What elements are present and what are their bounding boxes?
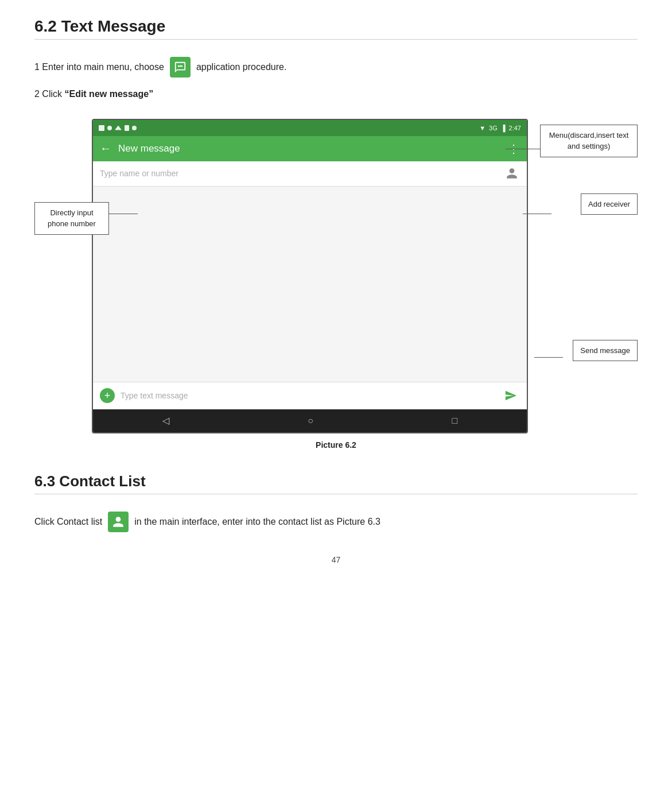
title-bar-left: ← New message [100, 142, 180, 155]
directly-input-callout: Directly input phone number [34, 202, 109, 235]
menu-callout-line [506, 149, 540, 150]
step-1-text: 1 Enter into main menu, choose applicati… [34, 57, 638, 78]
message-icon-svg [174, 61, 187, 73]
signal-label: 3G [489, 125, 498, 131]
message-placeholder: Type text message [121, 391, 496, 400]
add-receiver-callout-line [523, 214, 551, 215]
phone-mockup: ▼ 3G ▐ 2:47 ← New message ⋮ Type name or… [92, 119, 528, 433]
step1-prefix: 1 Enter into main menu, choose [34, 60, 164, 75]
step-2-text: 2 Click “Edit new message” [34, 87, 638, 102]
time-label: 2:47 [509, 125, 521, 131]
status-icon-3 [115, 126, 122, 130]
contact-icon-svg [112, 516, 125, 528]
back-arrow-icon[interactable]: ← [100, 142, 111, 155]
page-number: 47 [34, 555, 638, 564]
add-contact-icon[interactable] [504, 165, 520, 181]
send-message-callout-text: Send message [580, 346, 630, 355]
svg-point-1 [180, 65, 181, 67]
contact-step-suffix: in the main interface, enter into the co… [134, 514, 380, 529]
status-icon-4 [125, 125, 129, 131]
screen-title: New message [118, 143, 180, 154]
step2-bold: “Edit new message” [64, 89, 153, 99]
section-63-title: 6.3 Contact List [34, 472, 638, 494]
to-placeholder: Type name or number [100, 169, 178, 178]
directly-input-callout-text: Directly input phone number [48, 208, 96, 228]
contact-step-text: Click Contact list in the main interface… [34, 512, 638, 532]
send-message-callout-line [534, 357, 563, 358]
status-icon-2 [107, 126, 112, 130]
phone-screen: ▼ 3G ▐ 2:47 ← New message ⋮ Type name or… [92, 119, 528, 433]
directly-input-callout-line [109, 214, 138, 215]
section-62-title: 6.2 Text Message [34, 17, 638, 40]
picture-caption: Picture 6.2 [34, 440, 638, 450]
svg-point-2 [181, 65, 182, 67]
step2-label: 2 Click [34, 89, 64, 99]
back-nav-icon[interactable]: ◁ [162, 415, 169, 426]
status-icon-1 [99, 125, 104, 131]
title-bar: ← New message ⋮ [93, 136, 527, 161]
contact-app-icon [108, 512, 129, 532]
messaging-app-icon [170, 57, 191, 78]
nav-bar: ◁ ○ □ [93, 409, 527, 432]
status-bar-right: ▼ 3G ▐ 2:47 [479, 125, 521, 131]
status-icon-5 [132, 126, 137, 130]
add-receiver-callout-text: Add receiver [588, 200, 630, 208]
wifi-icon: ▼ [479, 125, 485, 131]
menu-callout: Menu(discard,insert text and settings) [540, 125, 638, 157]
message-input-bar[interactable]: + Type text message [93, 382, 527, 409]
status-bar: ▼ 3G ▐ 2:47 [93, 120, 527, 136]
battery-icon: ▐ [501, 125, 506, 131]
recents-nav-icon[interactable]: □ [452, 416, 458, 426]
add-attachment-button[interactable]: + [100, 388, 115, 403]
menu-callout-text: Menu(discard,insert text and settings) [549, 131, 629, 151]
send-message-callout: Send message [573, 340, 638, 362]
home-nav-icon[interactable]: ○ [308, 416, 313, 426]
to-field[interactable]: Type name or number [93, 161, 527, 187]
send-button[interactable] [502, 388, 520, 404]
step1-suffix: application procedure. [196, 60, 286, 75]
add-receiver-callout: Add receiver [581, 193, 638, 215]
status-bar-left [99, 125, 137, 131]
contact-step-prefix: Click Contact list [34, 514, 102, 529]
message-body[interactable] [93, 187, 527, 382]
svg-point-0 [178, 65, 180, 67]
diagram-area: ▼ 3G ▐ 2:47 ← New message ⋮ Type name or… [34, 113, 638, 423]
